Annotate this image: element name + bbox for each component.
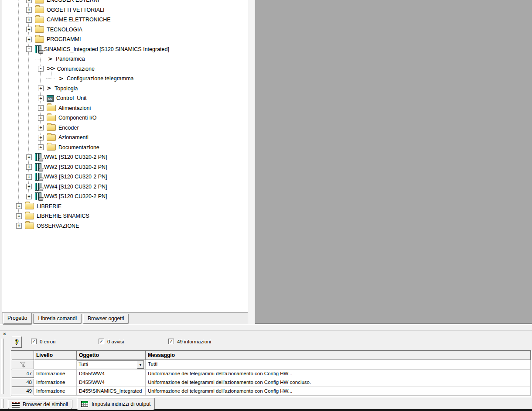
- tree-item[interactable]: PROGRAMMI: [3, 34, 247, 45]
- tree-item[interactable]: SINAMICS_Integrated [S120 SINAMICS Integ…: [3, 45, 247, 55]
- filter-warnings-label: 0 avvisi: [107, 339, 124, 344]
- sinamics-drive-icon: [35, 153, 41, 161]
- message-row[interactable]: 48 Informazione D455\WW4 Uniformazione d…: [11, 378, 531, 387]
- expand-toggle-icon[interactable]: [26, 27, 32, 32]
- expand-toggle-icon[interactable]: [26, 154, 32, 160]
- help-button[interactable]: ?: [12, 336, 22, 348]
- output-toolbar: ? 0 errori 0 avvisi 49 informazioni: [11, 336, 530, 349]
- tree-item[interactable]: Azionamenti: [3, 133, 247, 143]
- tree-item[interactable]: Alimentazioni: [3, 103, 247, 113]
- tree-item[interactable]: TECNOLOGIA: [3, 25, 247, 35]
- panel-close-icon[interactable]: ✕: [2, 331, 7, 337]
- tree-item[interactable]: Topologia: [3, 84, 247, 94]
- folder-icon: [35, 36, 44, 43]
- folder-icon: [47, 124, 56, 131]
- tree-item[interactable]: Panoramica: [3, 54, 247, 64]
- message-row[interactable]: 49 Informazione D455\SINAMICS_Integrated…: [11, 387, 531, 396]
- expand-toggle-icon[interactable]: [26, 0, 32, 3]
- expand-toggle-icon[interactable]: [38, 125, 44, 130]
- tree-item[interactable]: Documentazione: [3, 143, 247, 153]
- collapse-toggle-icon[interactable]: [38, 66, 44, 72]
- filter-warnings[interactable]: 0 avvisi: [99, 339, 124, 344]
- expand-toggle-icon[interactable]: [26, 7, 32, 13]
- tree-item[interactable]: LIBRERIE SINAMICS: [3, 211, 247, 221]
- expand-toggle-icon[interactable]: [38, 115, 44, 121]
- expand-toggle-icon[interactable]: [26, 37, 32, 42]
- tab-libreria-comandi[interactable]: Libreria comandi: [33, 314, 82, 324]
- folder-icon: [35, 26, 44, 33]
- row-messaggio: Uniformazione dei telegrammi dell'aziona…: [146, 378, 531, 387]
- column-header-oggetto: Oggetto: [77, 351, 146, 360]
- folder-icon: [47, 144, 56, 151]
- messages-table: Livello Oggetto Messaggio Tutti: [11, 350, 531, 396]
- row-livello: Informazione: [34, 370, 77, 378]
- panel-drag-grip[interactable]: [1, 339, 4, 394]
- tree-item[interactable]: LIBRERIE: [3, 202, 247, 212]
- folder-icon: [47, 105, 56, 111]
- folder-icon: [47, 115, 56, 121]
- expand-toggle-icon[interactable]: [26, 17, 32, 23]
- expand-toggle-icon[interactable]: [26, 184, 32, 189]
- checkbox-checked-icon[interactable]: [31, 339, 37, 344]
- message-row[interactable]: 47 Informazione D455\WW4 Uniformazione d…: [11, 370, 531, 378]
- tree-item[interactable]: ENCODER ESTERNI: [3, 0, 247, 5]
- expand-toggle-icon[interactable]: [38, 96, 44, 101]
- expand-toggle-icon[interactable]: [38, 144, 44, 150]
- column-header-messaggio: Messaggio: [146, 351, 531, 360]
- row-oggetto: D455\WW4: [77, 370, 146, 378]
- tree-item[interactable]: WW5 [S120 CU320-2 PN]: [3, 192, 247, 202]
- expand-toggle-icon[interactable]: [26, 174, 32, 180]
- tree-connector-stub: [49, 76, 56, 81]
- folder-icon: [25, 223, 34, 229]
- expand-toggle-icon[interactable]: [26, 194, 32, 199]
- tree-item[interactable]: Encoder: [3, 123, 247, 133]
- tab-imposta-indirizzi-di-output[interactable]: Imposta indirizzi di output: [77, 398, 155, 410]
- tabbar-drag-grip[interactable]: [1, 399, 4, 408]
- tree-item[interactable]: WW4 [S120 CU320-2 PN]: [3, 182, 247, 192]
- tree-item[interactable]: OGGETTI VETTORIALI: [3, 5, 247, 15]
- filter-errors[interactable]: 0 errori: [31, 339, 55, 344]
- oggetto-filter-combobox[interactable]: Tutti: [77, 360, 144, 369]
- row-messaggio: Uniformazione dei telegrammi dell'aziona…: [146, 370, 531, 378]
- sinamics-drive-icon: [35, 163, 41, 171]
- checkbox-checked-icon[interactable]: [99, 339, 104, 344]
- folder-icon: [35, 7, 44, 13]
- dropdown-arrow-icon[interactable]: [137, 361, 144, 369]
- tree-item[interactable]: CAMME ELETTRONICHE: [3, 15, 247, 25]
- filter-funnel-icon[interactable]: [11, 360, 34, 370]
- control-unit-icon: [47, 95, 54, 102]
- tree-item[interactable]: Componenti I/O: [3, 113, 247, 123]
- expand-toggle-icon[interactable]: [38, 105, 44, 111]
- tab-progetto[interactable]: Progetto: [3, 313, 32, 325]
- tree-item[interactable]: WW2 [S120 CU320-2 PN]: [3, 162, 247, 172]
- expand-toggle-icon[interactable]: [16, 213, 22, 219]
- tree-item[interactable]: WW1 [S120 CU320-2 PN]: [3, 152, 247, 162]
- expand-toggle-icon[interactable]: [16, 223, 22, 229]
- expand-toggle-icon[interactable]: [26, 164, 32, 170]
- tree-item[interactable]: OSSERVAZIONE: [3, 221, 247, 231]
- tree-item[interactable]: WW3 [S120 CU320-2 PN]: [3, 172, 247, 182]
- tree-item[interactable]: Comunicazione: [3, 64, 247, 74]
- filter-infos[interactable]: 49 informazioni: [168, 339, 211, 344]
- vertical-splitter[interactable]: [248, 0, 255, 325]
- row-number: 49: [11, 387, 34, 396]
- expand-toggle-icon[interactable]: [38, 135, 44, 140]
- expand-toggle-icon[interactable]: [38, 86, 44, 91]
- collapse-toggle-icon[interactable]: [26, 46, 32, 52]
- tree-item[interactable]: Configurazione telegramma: [3, 74, 247, 84]
- output-view-tabs: Browser dei simboli Imposta indirizzi di…: [0, 397, 532, 410]
- project-tree-panel: ENCODER ESTERNI OGGETTI VETTORIALI CAMME…: [2, 0, 248, 313]
- tab-browser-dei-simboli[interactable]: Browser dei simboli: [8, 400, 72, 409]
- filter-errors-label: 0 errori: [40, 339, 55, 344]
- tree-item[interactable]: Control_Unit: [3, 93, 247, 103]
- checkbox-checked-icon[interactable]: [168, 339, 174, 344]
- filter-messaggio-cell[interactable]: Tutti: [146, 360, 531, 370]
- row-number: 47: [11, 370, 34, 378]
- folder-icon: [47, 134, 56, 141]
- table-filter-row: Tutti Tutti: [11, 360, 531, 370]
- expand-toggle-icon[interactable]: [16, 203, 22, 209]
- tab-browser-oggetti[interactable]: Browser oggetti: [83, 314, 129, 324]
- filter-livello-cell[interactable]: [34, 360, 77, 370]
- application-window: ENCODER ESTERNI OGGETTI VETTORIALI CAMME…: [0, 0, 532, 411]
- workspace-area: Genera assegnazione simbolica ✕ 46% Annu…: [255, 0, 532, 324]
